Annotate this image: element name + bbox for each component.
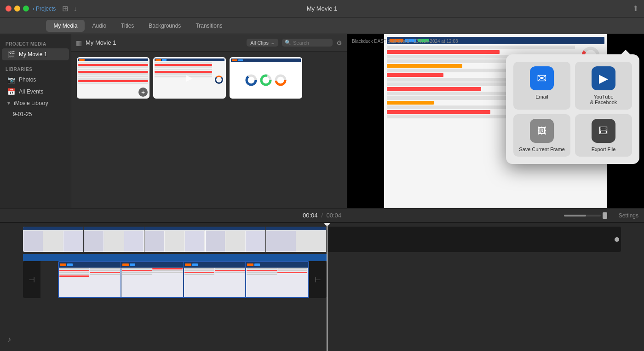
photos-icon: 📷 — [7, 76, 15, 83]
clip-filter-label: All Clips — [250, 40, 269, 46]
speed-handle[interactable] — [603, 212, 607, 219]
search-input[interactable] — [293, 40, 330, 46]
tab-audio[interactable]: Audio — [85, 20, 114, 32]
video-frame-3 — [144, 227, 205, 252]
search-box: 🔍 — [282, 39, 333, 47]
audio-segment-1 — [59, 262, 121, 297]
sidebar-item-date-label: 9-01-25 — [13, 111, 32, 117]
toolbar: My Media Audio Titles Backgrounds Transi… — [0, 18, 644, 34]
media-clip-3[interactable] — [230, 57, 302, 99]
sidebar-item-imovie-library[interactable]: ▾ iMovie Library — [2, 98, 69, 109]
media-browser-header: ▦ My Movie 1 All Clips ⌄ 🔍 ⚙ — [71, 34, 347, 52]
video-frame-4 — [205, 227, 266, 252]
blue-connector — [23, 254, 327, 261]
tab-transitions[interactable]: Transitions — [188, 20, 230, 32]
video-frame-2 — [84, 227, 144, 252]
video-frame-1 — [23, 227, 84, 252]
audio-segment-4 — [246, 262, 308, 297]
movie-icon: 🎬 — [7, 51, 15, 58]
search-icon: 🔍 — [285, 40, 291, 46]
audio-handle-right[interactable]: ⊢ — [309, 261, 327, 298]
close-button[interactable] — [6, 6, 12, 12]
share-save-frame-label: Save Current Frame — [519, 146, 565, 152]
media-clip-1[interactable]: + — [77, 57, 150, 99]
playhead-head — [324, 223, 330, 226]
audio-segment-2 — [121, 262, 184, 297]
timeline-content: ⊣ — [0, 223, 644, 351]
video-frame-5 — [266, 227, 327, 252]
audio-segment-3 — [184, 262, 246, 297]
timecode-slash: / — [321, 212, 324, 219]
total-time: 00:04 — [326, 212, 341, 219]
sidebar-item-photos[interactable]: 📷 Photos — [2, 74, 69, 86]
email-icon: ✉ — [530, 66, 554, 90]
share-popup: ✉ Email ▶ YouTube& Facebook 🖼 Save Curre… — [506, 54, 639, 164]
tab-my-media[interactable]: My Media — [46, 20, 85, 32]
sidebar-item-all-events[interactable]: 📅 All Events — [2, 86, 69, 98]
sidebar-item-label: My Movie 1 — [19, 51, 47, 58]
play-overlay-2: ▶ — [186, 73, 193, 83]
timeline: ⊣ — [0, 222, 644, 351]
maximize-button[interactable] — [23, 6, 29, 12]
audio-handle-left[interactable]: ⊣ — [23, 261, 40, 298]
traffic-lights — [6, 6, 29, 12]
settings-button[interactable]: Settings — [619, 212, 638, 219]
titlebar-left: ‹ Projects ⊞ ↓ — [6, 4, 77, 13]
share-youtube-option[interactable]: ▶ YouTube& Facebook — [575, 62, 632, 110]
grid-toggle-icon[interactable]: ▦ — [76, 39, 82, 47]
donut-chart-3 — [274, 74, 287, 87]
speed-indicator — [564, 212, 607, 219]
video-track-container — [23, 227, 621, 252]
tab-backgrounds[interactable]: Backgrounds — [141, 20, 188, 32]
clip-filter-dropdown[interactable]: All Clips ⌄ — [247, 39, 278, 47]
track-end-marker — [615, 237, 619, 242]
clip-filter-chevron-icon: ⌄ — [270, 40, 275, 46]
titlebar: ‹ Projects ⊞ ↓ My Movie 1 ⬆ — [0, 0, 644, 18]
save-frame-icon: 🖼 — [530, 119, 554, 143]
window-title: My Movie 1 — [307, 5, 337, 12]
share-export-label: Export File — [592, 146, 616, 152]
events-icon: 📅 — [7, 88, 15, 95]
sidebar-item-photos-label: Photos — [19, 76, 36, 83]
video-track — [23, 227, 621, 252]
projects-label: Projects — [36, 6, 56, 12]
sidebar-item-events-label: All Events — [19, 88, 43, 95]
donut-chart-2 — [259, 74, 272, 87]
arrow-down-icon[interactable]: ↓ — [74, 5, 77, 12]
sidebar-item-library-label: iMovie Library — [14, 100, 48, 106]
youtube-icon: ▶ — [592, 66, 615, 90]
music-note-icon: ♪ — [7, 335, 11, 344]
share-icon[interactable]: ⬆ — [632, 4, 638, 13]
sidebar-item-date[interactable]: 9-01-25 — [2, 109, 69, 120]
speed-track — [564, 215, 601, 216]
media-clip-2[interactable]: ▶ — [153, 57, 226, 99]
sidebar-item-my-movie[interactable]: 🎬 My Movie 1 — [2, 48, 69, 60]
timecode-display: 00:04 / 00:04 — [303, 212, 341, 219]
add-clip-button-1[interactable]: + — [138, 88, 148, 97]
donut-chart-1 — [245, 74, 258, 87]
titlebar-right: ⬆ — [632, 4, 638, 13]
tab-titles[interactable]: Titles — [114, 20, 141, 32]
settings-wheel-icon[interactable]: ⚙ — [336, 39, 342, 47]
share-save-frame-option[interactable]: 🖼 Save Current Frame — [513, 114, 570, 157]
chevron-left-icon: ‹ — [33, 6, 34, 12]
grid-view-icon[interactable]: ⊞ — [62, 4, 68, 13]
libraries-heading: LIBRARIES — [0, 64, 71, 74]
audio-track-content — [58, 261, 309, 298]
preview-filename-label: Blackduck DAST dashboard - 13-Nov-2024 a… — [352, 39, 458, 44]
share-email-label: Email — [535, 94, 548, 99]
share-youtube-label: YouTube& Facebook — [590, 94, 617, 105]
audio-track: ⊣ — [23, 261, 327, 298]
project-media-heading: PROJECT MEDIA — [0, 39, 71, 48]
back-to-projects-button[interactable]: ‹ Projects — [33, 6, 56, 12]
playhead[interactable] — [327, 223, 328, 351]
media-browser-title: My Movie 1 — [86, 39, 243, 46]
timecode-bar: 00:04 / 00:04 Settings — [0, 208, 644, 222]
bottom-panel: 00:04 / 00:04 Settings — [0, 208, 644, 351]
current-time: 00:04 — [303, 212, 318, 219]
share-export-option[interactable]: 🎞 Export File — [575, 114, 632, 157]
share-email-option[interactable]: ✉ Email — [513, 62, 570, 110]
library-chevron-icon: ▾ — [7, 100, 10, 106]
export-file-icon: 🎞 — [592, 119, 615, 143]
minimize-button[interactable] — [14, 6, 20, 12]
